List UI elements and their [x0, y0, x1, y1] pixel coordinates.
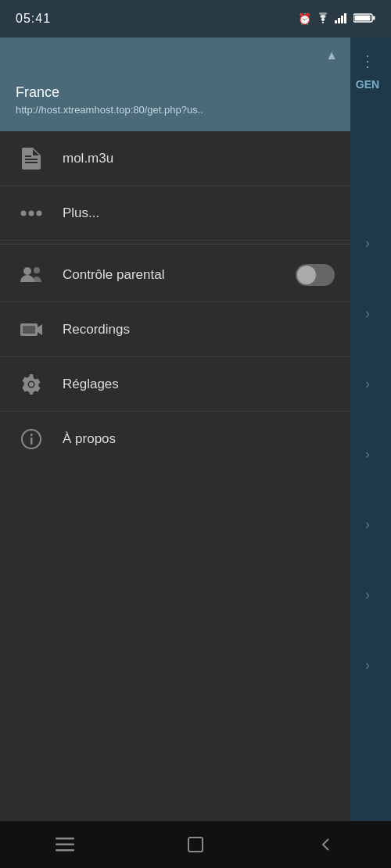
signal-icon: [335, 13, 349, 26]
about-label: À propos: [63, 431, 335, 447]
status-icons: ⏰: [298, 13, 375, 26]
svg-rect-18: [56, 838, 74, 840]
menu-item-settings[interactable]: Réglages: [0, 357, 350, 412]
svg-point-7: [21, 210, 27, 216]
menu-item-mol-m3u[interactable]: mol.m3u: [0, 131, 350, 186]
nav-home-icon[interactable]: [172, 821, 219, 868]
alarm-icon: ⏰: [298, 13, 311, 25]
nav-bar: [0, 821, 391, 868]
file-icon: [16, 148, 47, 170]
nav-menu-icon[interactable]: [41, 821, 88, 868]
right-chevrons-list: › › › › › › ›: [344, 208, 391, 700]
plus-label: Plus...: [63, 205, 335, 221]
nav-back-icon[interactable]: [303, 821, 350, 868]
status-bar: 05:41 ⏰: [0, 0, 391, 38]
right-chevron-5[interactable]: ›: [344, 489, 391, 559]
drawer: ▲ France http://host.xtreamhost.top:80/g…: [0, 38, 350, 821]
svg-point-8: [29, 210, 34, 216]
svg-point-17: [30, 434, 33, 436]
svg-rect-14: [23, 326, 35, 334]
right-chevron-3[interactable]: ›: [344, 348, 391, 419]
collapse-arrow[interactable]: ▲: [325, 48, 338, 63]
drawer-url: http://host.xtreamhost.top:80/get.php?us…: [16, 104, 335, 116]
svg-rect-6: [355, 15, 371, 20]
toggle-knob: [297, 266, 316, 284]
drawer-title: France: [16, 84, 335, 101]
settings-icon: [16, 374, 47, 395]
svg-rect-1: [338, 18, 340, 23]
more-options-button[interactable]: ⋮: [360, 52, 375, 70]
right-chevron-1[interactable]: ›: [344, 208, 391, 278]
svg-rect-16: [30, 438, 33, 445]
right-chevron-4[interactable]: ›: [344, 419, 391, 489]
svg-rect-5: [373, 16, 375, 20]
svg-point-11: [34, 267, 40, 273]
battery-icon: [353, 13, 375, 26]
right-chevron-2[interactable]: ›: [344, 278, 391, 348]
more-dots-icon: [16, 210, 47, 216]
svg-rect-20: [56, 849, 74, 852]
status-time: 05:41: [16, 12, 51, 26]
info-icon: [16, 429, 47, 449]
svg-point-9: [37, 210, 42, 216]
drawer-header[interactable]: ▲ France http://host.xtreamhost.top:80/g…: [0, 38, 350, 131]
parental-label: Contrôle parental: [63, 267, 296, 283]
svg-rect-21: [188, 838, 203, 852]
divider-1: [0, 244, 350, 245]
right-chevron-7[interactable]: ›: [344, 630, 391, 700]
menu-item-parental[interactable]: Contrôle parental: [0, 248, 350, 302]
wifi-icon: [316, 13, 330, 26]
menu-item-plus[interactable]: Plus...: [0, 186, 350, 241]
menu-item-recordings[interactable]: Recordings: [0, 302, 350, 357]
svg-rect-19: [56, 844, 74, 846]
svg-rect-3: [344, 13, 346, 23]
mol-m3u-label: mol.m3u: [63, 151, 335, 166]
svg-rect-2: [341, 16, 343, 23]
recordings-icon: [16, 321, 47, 338]
parental-toggle[interactable]: [296, 264, 335, 286]
parental-icon: [16, 266, 47, 284]
menu-item-about[interactable]: À propos: [0, 412, 350, 466]
right-chevron-6[interactable]: ›: [344, 559, 391, 630]
settings-label: Réglages: [63, 377, 335, 392]
right-panel: ⋮ GEN › › › › › › ›: [344, 38, 391, 821]
svg-marker-13: [38, 324, 42, 335]
gen-label: GEN: [344, 78, 391, 91]
recordings-label: Recordings: [63, 322, 335, 338]
svg-rect-0: [335, 20, 337, 23]
svg-point-10: [23, 267, 31, 275]
